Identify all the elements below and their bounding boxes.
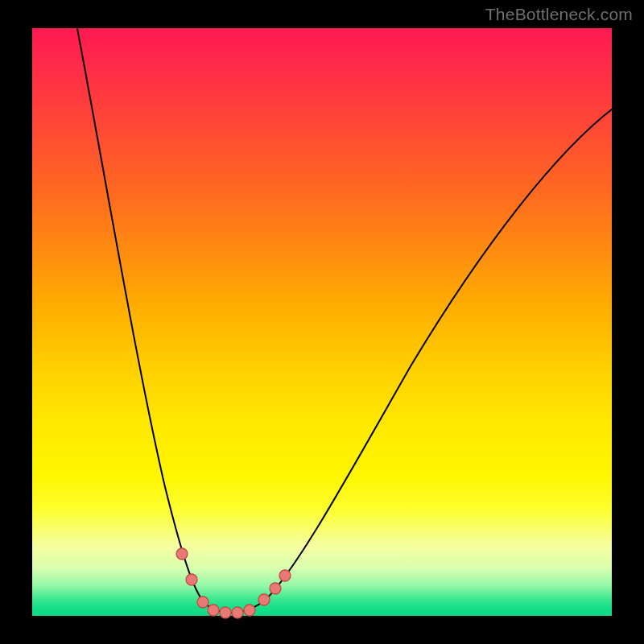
plot-area bbox=[32, 28, 612, 616]
marker-dot bbox=[176, 548, 188, 559]
marker-dot bbox=[244, 605, 255, 616]
curve-right-branch bbox=[229, 109, 613, 613]
marker-dot bbox=[258, 594, 270, 605]
curve-layer bbox=[32, 28, 612, 616]
watermark-text: TheBottleneck.com bbox=[485, 5, 633, 24]
marker-dot bbox=[197, 597, 208, 608]
marker-dot bbox=[270, 583, 281, 594]
curve-left-branch bbox=[76, 24, 229, 613]
marker-dot bbox=[220, 607, 231, 618]
marker-dot bbox=[208, 605, 219, 616]
marker-dot bbox=[279, 570, 291, 581]
marker-dot bbox=[232, 607, 243, 618]
marker-dot bbox=[186, 574, 197, 585]
chart-frame: TheBottleneck.com bbox=[0, 0, 644, 644]
